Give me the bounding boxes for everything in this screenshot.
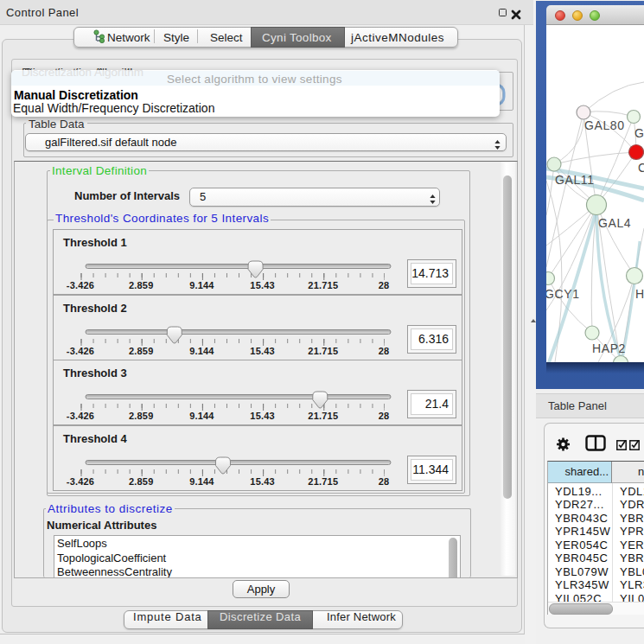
svg-text:GAL4: GAL4: [598, 216, 631, 230]
svg-text:GCY1: GCY1: [546, 287, 580, 301]
svg-text:G.: G.: [634, 126, 644, 140]
svg-text:GAL11: GAL11: [555, 173, 595, 187]
svg-text:H: H: [635, 287, 644, 301]
svg-text:HAP2: HAP2: [592, 341, 626, 355]
svg-text:C: C: [638, 161, 644, 175]
svg-text:GAL80: GAL80: [584, 118, 625, 132]
